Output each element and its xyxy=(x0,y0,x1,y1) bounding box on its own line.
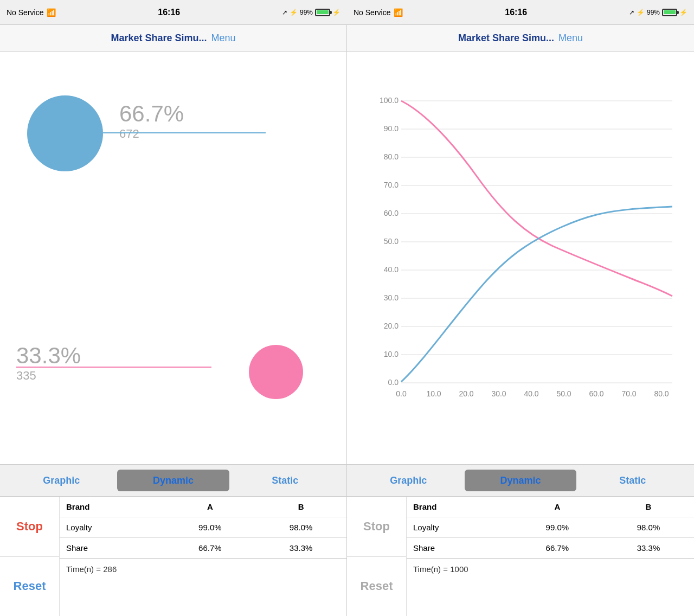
row-loyalty-a-r: 99.0% xyxy=(512,517,603,538)
col-b-r: B xyxy=(603,497,694,517)
menu-button-right[interactable]: Menu xyxy=(558,33,583,44)
svg-text:80.0: 80.0 xyxy=(654,389,669,398)
wifi-icon: 📶 xyxy=(47,8,56,17)
tab-right-dynamic[interactable]: Dynamic xyxy=(465,470,577,491)
battery-left: ↗ ⚡ 99% ⚡ xyxy=(282,9,340,16)
brand-b-pct: 33.3% xyxy=(16,343,81,369)
svg-text:30.0: 30.0 xyxy=(384,293,399,302)
left-panel: 66.7% 672 33.3% 335 Graphic Dynamic xyxy=(0,52,347,497)
row-share-b-r: 33.3% xyxy=(603,538,694,559)
row-share-label-r: Share xyxy=(407,538,512,559)
row-share-a: 66.7% xyxy=(164,538,255,559)
svg-text:70.0: 70.0 xyxy=(384,181,399,189)
row-loyalty-label: Loyalty xyxy=(60,517,164,538)
row-loyalty-label-r: Loyalty xyxy=(407,517,512,538)
left-data-half: Stop Reset Brand A B Loyalty 99.0% 98.0% xyxy=(0,497,347,616)
chart-svg: 100.0 90.0 80.0 70.0 60.0 50.0 40.0 30.0… xyxy=(380,57,683,448)
status-left-info: No Service 📶 xyxy=(7,8,56,17)
stop-button-right[interactable]: Stop xyxy=(347,497,406,557)
row-loyalty-b-r: 98.0% xyxy=(603,517,694,538)
left-viz-area: 66.7% 672 33.3% 335 xyxy=(0,52,346,464)
status-right-info: No Service 📶 xyxy=(354,8,403,17)
reset-button-left[interactable]: Reset xyxy=(0,557,59,617)
battery-icon-left xyxy=(315,9,330,16)
svg-text:20.0: 20.0 xyxy=(384,322,399,330)
tab-left-graphic[interactable]: Graphic xyxy=(5,470,117,491)
battery-pct-left: 99% xyxy=(300,9,313,16)
stat-brand-b: 33.3% 335 xyxy=(16,343,81,383)
bubble-chart: 66.7% 672 33.3% 335 xyxy=(0,52,346,464)
bluetooth-icon-right: ⚡ xyxy=(637,9,645,16)
svg-text:60.0: 60.0 xyxy=(589,389,603,398)
svg-text:50.0: 50.0 xyxy=(384,237,399,246)
right-panel: 100.0 90.0 80.0 70.0 60.0 50.0 40.0 30.0… xyxy=(347,52,694,497)
svg-text:50.0: 50.0 xyxy=(556,389,571,398)
row-share-label: Share xyxy=(60,538,164,559)
bubble-brand-a xyxy=(27,95,103,171)
charging-icon-left: ⚡ xyxy=(332,9,340,16)
app-title-right: Market Share Simu... xyxy=(458,33,554,44)
battery-icon-right xyxy=(662,9,677,16)
row-loyalty-b: 98.0% xyxy=(255,517,346,538)
col-brand: Brand xyxy=(60,497,164,517)
brand-b-num: 335 xyxy=(16,369,81,383)
title-bar: Market Share Simu... Menu Market Share S… xyxy=(0,25,694,52)
status-bar-left: No Service 📶 16:16 ↗ ⚡ 99% ⚡ xyxy=(0,0,347,25)
table-row: Loyalty 99.0% 98.0% xyxy=(407,517,694,538)
main-area: 66.7% 672 33.3% 335 Graphic Dynamic xyxy=(0,52,694,497)
time-right: Time(n) = 1000 xyxy=(407,559,694,579)
tab-right-static[interactable]: Static xyxy=(576,470,689,491)
menu-button-left[interactable]: Menu xyxy=(211,33,236,44)
no-service-label-right: No Service xyxy=(354,8,390,17)
wifi-icon-right: 📶 xyxy=(394,8,403,17)
stop-button-left[interactable]: Stop xyxy=(0,497,59,557)
app-title-left: Market Share Simu... xyxy=(111,33,207,44)
table-header-row: Brand A B xyxy=(407,497,694,517)
brand-a-pct: 66.7% xyxy=(119,101,184,127)
status-bar: No Service 📶 16:16 ↗ ⚡ 99% ⚡ No Service … xyxy=(0,0,694,25)
row-loyalty-a: 99.0% xyxy=(164,517,255,538)
svg-text:80.0: 80.0 xyxy=(384,152,399,161)
right-viz-area: 100.0 90.0 80.0 70.0 60.0 50.0 40.0 30.0… xyxy=(347,52,694,464)
table-row: Share 66.7% 33.3% xyxy=(407,538,694,559)
battery-pct-right: 99% xyxy=(647,9,660,16)
status-bar-right: No Service 📶 16:16 ↗ ⚡ 99% ⚡ xyxy=(347,0,694,25)
data-area: Stop Reset Brand A B Loyalty 99.0% 98.0% xyxy=(0,497,694,616)
tab-left-static[interactable]: Static xyxy=(229,470,341,491)
table-header-row: Brand A B xyxy=(60,497,346,517)
svg-text:10.0: 10.0 xyxy=(384,350,399,358)
time-right: 16:16 xyxy=(505,8,527,17)
col-a-r: A xyxy=(512,497,603,517)
right-table-col: Brand A B Loyalty 99.0% 98.0% Share 66.7… xyxy=(407,497,694,616)
left-table-col: Brand A B Loyalty 99.0% 98.0% Share 66.7… xyxy=(60,497,346,616)
col-brand-r: Brand xyxy=(407,497,512,517)
tab-left-dynamic[interactable]: Dynamic xyxy=(117,470,229,491)
right-tab-bar: Graphic Dynamic Static xyxy=(347,464,694,497)
svg-text:60.0: 60.0 xyxy=(384,209,399,217)
svg-text:40.0: 40.0 xyxy=(524,389,538,398)
right-controls: Stop Reset xyxy=(347,497,407,616)
location-icon-right: ↗ xyxy=(629,9,634,16)
svg-text:90.0: 90.0 xyxy=(384,124,399,133)
location-icon: ↗ xyxy=(282,9,287,16)
tab-right-graphic[interactable]: Graphic xyxy=(352,470,465,491)
col-a: A xyxy=(164,497,255,517)
stat-brand-a: 66.7% 672 xyxy=(119,101,184,141)
time-left: 16:16 xyxy=(158,8,180,17)
time-left: Time(n) = 286 xyxy=(60,559,346,579)
line-brand-a xyxy=(103,132,266,133)
right-data-table: Brand A B Loyalty 99.0% 98.0% Share 66.7… xyxy=(407,497,694,559)
left-tab-bar: Graphic Dynamic Static xyxy=(0,464,346,497)
row-share-b: 33.3% xyxy=(255,538,346,559)
left-data-table: Brand A B Loyalty 99.0% 98.0% Share 66.7… xyxy=(60,497,346,559)
bubble-brand-b xyxy=(249,345,303,399)
svg-text:100.0: 100.0 xyxy=(380,96,399,105)
svg-text:30.0: 30.0 xyxy=(491,389,506,398)
line-chart: 100.0 90.0 80.0 70.0 60.0 50.0 40.0 30.0… xyxy=(347,52,694,464)
battery-right: ↗ ⚡ 99% ⚡ xyxy=(629,9,687,16)
no-service-label: No Service xyxy=(7,8,43,17)
svg-text:70.0: 70.0 xyxy=(621,389,636,398)
svg-text:10.0: 10.0 xyxy=(426,389,441,398)
reset-button-right[interactable]: Reset xyxy=(347,557,406,617)
right-data-half: Stop Reset Brand A B Loyalty 99.0% 98.0% xyxy=(347,497,694,616)
